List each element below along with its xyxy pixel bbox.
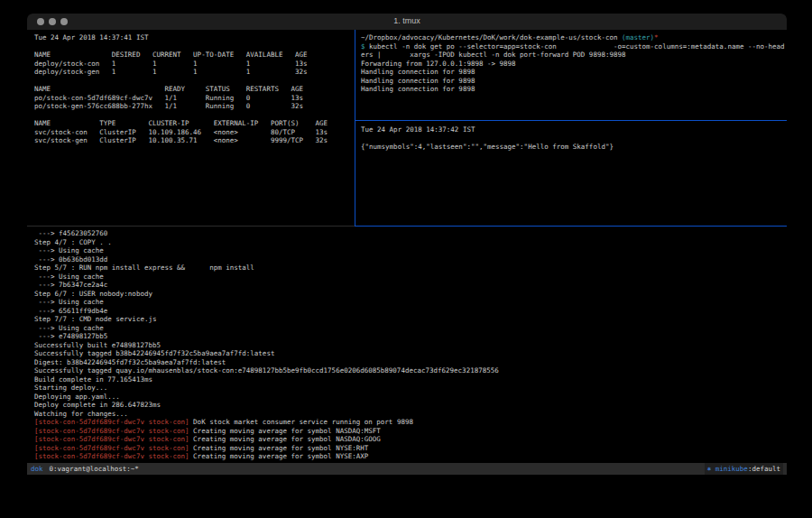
terminal-line: [stock-con-5d7df689cf-dwc7v stock-con] C… [34, 435, 787, 444]
terminal-line: Forwarding from 127.0.0.1:9898 -> 9898 [361, 60, 787, 69]
terminal-line: ---> Using cache [34, 246, 787, 255]
terminal-line: Handling connection for 9898 [361, 85, 787, 94]
active-window-item[interactable]: 0:vagrant@localhost:~* [50, 465, 139, 473]
terminal-line: Step 7/7 : CMD node service.js [34, 315, 787, 324]
session-name: dok [31, 465, 43, 473]
pane-port-forward[interactable]: ~/Dropbox/advocacy/Kubernetes/DoK/work/d… [355, 30, 787, 120]
terminal-line: svc/stock-con ClusterIP 10.109.186.46 <n… [34, 128, 355, 137]
terminal-line: Build complete in 77.165413ms [34, 375, 787, 384]
terminal-line: ---> Using cache [34, 273, 787, 282]
terminal-line: [stock-con-5d7df689cf-dwc7v stock-con] C… [34, 444, 787, 453]
terminal-line: ---> 7b6347ce2a4c [34, 281, 787, 290]
status-right: ⎈ minikube:default [705, 463, 783, 475]
terminal-line: Successfully tagged b38b42246945fd7f32c5… [34, 349, 787, 358]
terminal-line: NAME TYPE CLUSTER-IP EXTERNAL-IP PORT(S)… [34, 119, 355, 128]
terminal-line: svc/stock-gen ClusterIP 10.100.35.71 <no… [34, 136, 355, 145]
terminal-line: Watching for changes... [34, 410, 787, 419]
terminal-line: Step 5/7 : RUN npm install express && np… [34, 264, 787, 273]
terminal-line: Successfully tagged quay.io/mhausenblas/… [34, 366, 787, 375]
terminal-line: po/stock-gen-576cc688bb-277hx 1/1 Runnin… [34, 102, 355, 111]
terminal-line: Handling connection for 9898 [361, 77, 787, 86]
terminal-line: ---> Using cache [34, 324, 787, 333]
terminal-line: [stock-con-5d7df689cf-dwc7v stock-con] C… [34, 427, 787, 436]
terminal-line [34, 111, 355, 120]
terminal-line: {"numsymbols":4,"lastseen":"","message":… [361, 143, 787, 152]
terminal-window: 1. tmux Tue 24 Apr 2018 14:37:41 IST NAM… [27, 14, 787, 493]
status-left: dok0:vagrant@localhost:~* [31, 463, 139, 475]
window-title: 1. tmux [27, 16, 787, 25]
terminal-line: Digest: b38b42246945fd7f32c5ba9aea7af7fd… [34, 358, 787, 367]
terminal-line: ---> 65611ff9db4e [34, 307, 787, 316]
pane-service-watch[interactable]: Tue 24 Apr 2018 14:37:42 IST {"numsymbol… [355, 121, 787, 226]
terminal-line: ~/Dropbox/advocacy/Kubernetes/DoK/work/d… [361, 33, 787, 42]
terminal-line: Tue 24 Apr 2018 14:37:42 IST [361, 125, 787, 134]
pane-kubectl-watch[interactable]: Tue 24 Apr 2018 14:37:41 IST NAME DESIRE… [27, 30, 355, 226]
terminal-line: [stock-con-5d7df689cf-dwc7v stock-con] C… [34, 452, 787, 461]
terminal-line: ---> 0b636bd013dd [34, 255, 787, 264]
terminal-line: ---> Using cache [34, 298, 787, 307]
terminal-line: Step 6/7 : USER nobody:nobody [34, 290, 787, 299]
kube-context: minikube [711, 465, 748, 473]
terminal-line: $ kubectl -n dok get po --selector=app=s… [361, 42, 787, 51]
window-titlebar[interactable]: 1. tmux [27, 14, 787, 30]
terminal-line [34, 42, 355, 51]
terminal-line: Deploying app.yaml... [34, 393, 787, 402]
terminal-line: Successfully built e74898127bb5 [34, 341, 787, 350]
terminal-line: ers | xargs -IPOD kubectl -n dok port-fo… [361, 51, 787, 60]
terminal-line: Deploy complete in 286.647823ms [34, 401, 787, 410]
terminal-line: po/stock-con-5d7df689cf-dwc7v 1/1 Runnin… [34, 94, 355, 103]
terminal-line: [stock-con-5d7df689cf-dwc7v stock-con] D… [34, 418, 787, 427]
terminal-line: ---> f45623052760 [34, 229, 787, 238]
terminal-line [361, 134, 787, 143]
terminal-line: ---> e74898127bb5 [34, 332, 787, 341]
terminal-line: Step 4/7 : COPY . . [34, 238, 787, 247]
terminal-line: NAME DESIRED CURRENT UP-TO-DATE AVAILABL… [34, 51, 355, 60]
terminal-line: NAME READY STATUS RESTARTS AGE [34, 85, 355, 94]
tmux-status-bar: dok0:vagrant@localhost:~* ⎈ minikube:def… [27, 463, 787, 475]
terminal-line [34, 77, 355, 86]
terminal-line: deploy/stock-con 1 1 1 1 13s [34, 60, 355, 69]
kube-namespace: :default [748, 465, 780, 473]
terminal-line: deploy/stock-gen 1 1 1 1 32s [34, 68, 355, 77]
terminal-line: Handling connection for 9898 [361, 68, 787, 77]
pane-skaffold-build-log[interactable]: ---> f45623052760Step 4/7 : COPY . . ---… [27, 227, 787, 463]
terminal-line: Tue 24 Apr 2018 14:37:41 IST [34, 33, 355, 42]
terminal-line: Starting deploy... [34, 384, 787, 393]
